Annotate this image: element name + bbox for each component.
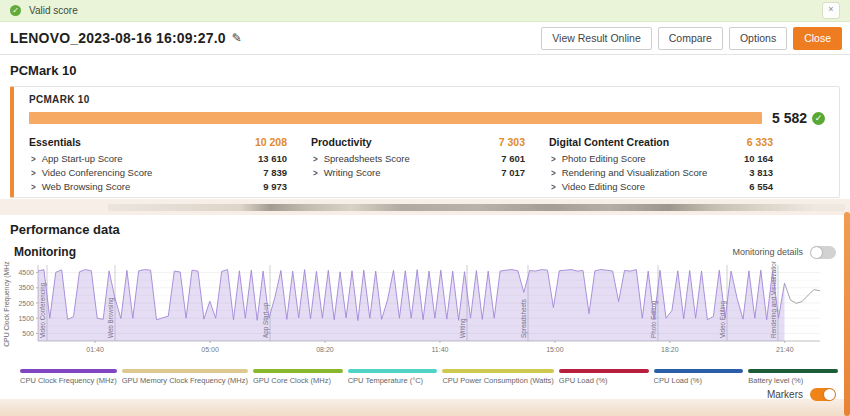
svg-text:1500: 1500 (18, 315, 34, 322)
score-group-score: 6 333 (747, 136, 773, 148)
score-group: Digital Content Creation 6 333 > Photo E… (549, 136, 773, 193)
score-bar (29, 112, 762, 124)
score-group-score: 10 208 (255, 136, 287, 148)
monitoring-details-label: Monitoring details (732, 247, 803, 257)
close-button[interactable]: Close (793, 27, 842, 50)
score-group-items: > Spreadsheets Score 7 601 > Writing Sco… (311, 151, 525, 179)
markers-toggle[interactable] (810, 388, 836, 401)
score-row[interactable]: > Rendering and Visualization Score 3 81… (549, 165, 773, 179)
chevron-right-icon: > (31, 181, 36, 192)
svg-text:21:40: 21:40 (776, 346, 794, 353)
page-bottom-strip (0, 399, 850, 416)
result-title: LENOVO_2023-08-16 16:09:27.0 (10, 30, 226, 46)
edit-pencil-icon[interactable]: ✎ (232, 31, 242, 45)
monitoring-title: Monitoring (14, 245, 76, 259)
score-group-name: Digital Content Creation (549, 136, 669, 148)
legend-color-bar (654, 369, 744, 373)
overall-score: 5 582 (772, 110, 807, 126)
legend-item[interactable]: CPU Clock Frequency (MHz) (20, 369, 117, 385)
svg-text:18:20: 18:20 (661, 346, 679, 353)
chevron-right-icon: > (551, 167, 556, 178)
banner-close-icon[interactable]: × (822, 2, 840, 19)
score-row[interactable]: > Writing Score 7 017 (311, 165, 525, 179)
toggle-knob (811, 247, 822, 258)
legend-color-bar (20, 369, 117, 373)
score-group-header: Digital Content Creation 6 333 (549, 136, 773, 148)
toggle-knob (824, 389, 835, 400)
chevron-right-icon: > (313, 167, 318, 178)
monitoring-chart: 4500350025001500500CPU Clock Frequency (… (0, 261, 850, 361)
score-row-label: Rendering and Visualization Score (562, 167, 708, 178)
score-row-value: 7 017 (501, 167, 525, 178)
pcmark-section: PCMark 10 PCMARK 10 5 582 ✓ Essentials 1… (0, 55, 850, 199)
legend-item-label: CPU Temperature (°C) (348, 376, 438, 385)
legend-color-bar (442, 369, 553, 373)
legend-item-label: Battery level (%) (748, 376, 838, 385)
svg-text:2500: 2500 (18, 300, 34, 307)
score-row[interactable]: > App Start-up Score 13 610 (29, 151, 287, 165)
vertical-scrollbar[interactable] (844, 212, 850, 416)
score-row-label: Web Browsing Score (42, 181, 131, 192)
score-group-header: Essentials 10 208 (29, 136, 287, 148)
legend-item[interactable]: GPU Load (%) (559, 369, 649, 385)
score-group-items: > Photo Editing Score 10 164 > Rendering… (549, 151, 773, 193)
result-titlebar: LENOVO_2023-08-16 16:09:27.0 ✎ View Resu… (0, 22, 850, 55)
pcmark-score-card: PCMARK 10 5 582 ✓ Essentials 10 208 > Ap… (10, 86, 840, 198)
score-row-label: Writing Score (324, 167, 381, 178)
chevron-right-icon: > (551, 153, 556, 164)
score-row-label: App Start-up Score (42, 153, 123, 164)
legend-item[interactable]: Battery level (%) (748, 369, 838, 385)
monitoring-details-toggle[interactable] (810, 246, 836, 259)
chart-legend: CPU Clock Frequency (MHz) GPU Memory Clo… (0, 365, 850, 385)
legend-item[interactable]: CPU Temperature (°C) (348, 369, 438, 385)
score-row-label: Video Conferencing Score (42, 167, 153, 178)
score-row[interactable]: > Video Conferencing Score 7 839 (29, 165, 287, 179)
svg-text:500: 500 (22, 330, 34, 337)
legend-item[interactable]: CPU Load (%) (654, 369, 744, 385)
score-row-value: 6 554 (749, 181, 773, 192)
view-result-online-button[interactable]: View Result Online (541, 27, 652, 50)
chevron-right-icon: > (31, 167, 36, 178)
score-group-name: Essentials (29, 136, 81, 148)
score-bar-row: 5 582 ✓ (29, 110, 825, 126)
legend-item-label: CPU Clock Frequency (MHz) (20, 376, 117, 385)
score-row[interactable]: > Web Browsing Score 9 973 (29, 179, 287, 193)
legend-item-label: CPU Power Consumption (Watts) (442, 376, 553, 385)
score-columns: Essentials 10 208 > App Start-up Score 1… (29, 136, 825, 193)
score-row-value: 9 973 (263, 181, 287, 192)
legend-color-bar (559, 369, 649, 373)
legend-color-bar (122, 369, 248, 373)
score-row[interactable]: > Video Editing Score 6 554 (549, 179, 773, 193)
score-row-value: 13 610 (258, 153, 287, 164)
score-row[interactable]: > Spreadsheets Score 7 601 (311, 151, 525, 165)
legend-item[interactable]: CPU Power Consumption (Watts) (442, 369, 553, 385)
score-group-header: Productivity 7 303 (311, 136, 525, 148)
score-valid-check-icon: ✓ (812, 112, 825, 125)
titlebar-buttons: View Result Online Compare Options Close (541, 27, 842, 50)
monitoring-details-wrap: Monitoring details (732, 246, 836, 259)
chevron-right-icon: > (313, 153, 318, 164)
score-row[interactable]: > Photo Editing Score 10 164 (549, 151, 773, 165)
markers-label: Markers (767, 389, 803, 400)
svg-text:3500: 3500 (18, 284, 34, 291)
performance-title: Performance data (10, 222, 850, 237)
svg-text:CPU Clock Frequency (MHz): CPU Clock Frequency (MHz) (3, 261, 11, 347)
legend-item-label: GPU Memory Clock Frequency (MHz) (122, 376, 248, 385)
score-group: Productivity 7 303 > Spreadsheets Score … (311, 136, 525, 193)
compare-button[interactable]: Compare (658, 27, 723, 50)
svg-text:08:20: 08:20 (316, 346, 334, 353)
pcmark-section-title: PCMark 10 (10, 63, 840, 78)
score-row-value: 3 813 (749, 167, 773, 178)
chevron-right-icon: > (551, 181, 556, 192)
score-group: Essentials 10 208 > App Start-up Score 1… (29, 136, 287, 193)
legend-item[interactable]: GPU Core Clock (MHz) (253, 369, 343, 385)
options-button[interactable]: Options (729, 27, 787, 50)
app-window: ✓ Valid score × LENOVO_2023-08-16 16:09:… (0, 0, 850, 416)
score-row-value: 7 839 (263, 167, 287, 178)
svg-text:11:40: 11:40 (431, 346, 448, 353)
svg-text:15:00: 15:00 (546, 346, 564, 353)
legend-item[interactable]: GPU Memory Clock Frequency (MHz) (122, 369, 248, 385)
svg-text:01:40: 01:40 (86, 346, 104, 353)
performance-section: Performance data Monitoring Monitoring d… (0, 215, 850, 399)
score-row-label: Video Editing Score (562, 181, 645, 192)
